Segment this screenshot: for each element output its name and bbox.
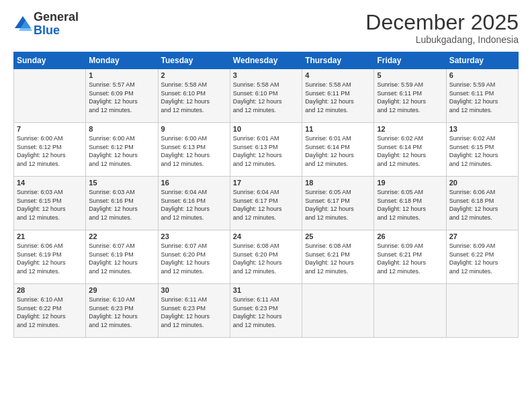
table-cell: 2Sunrise: 5:58 AM Sunset: 6:10 PM Daylig…: [158, 69, 230, 123]
table-row: 28Sunrise: 6:10 AM Sunset: 6:22 PM Dayli…: [14, 284, 519, 338]
logo-blue: Blue: [34, 24, 60, 37]
header-row: Sunday Monday Tuesday Wednesday Thursday…: [14, 52, 519, 69]
day-info: Sunrise: 6:03 AM Sunset: 6:16 PM Dayligh…: [89, 188, 154, 222]
day-number: 30: [161, 286, 227, 294]
day-number: 2: [161, 71, 227, 79]
day-info: Sunrise: 6:00 AM Sunset: 6:12 PM Dayligh…: [89, 134, 154, 168]
day-info: Sunrise: 6:07 AM Sunset: 6:20 PM Dayligh…: [161, 242, 227, 275]
day-number: 31: [233, 286, 299, 294]
day-info: Sunrise: 6:11 AM Sunset: 6:23 PM Dayligh…: [161, 295, 227, 329]
table-cell: 13Sunrise: 6:02 AM Sunset: 6:15 PM Dayli…: [446, 123, 518, 177]
day-info: Sunrise: 5:59 AM Sunset: 6:11 PM Dayligh…: [377, 81, 443, 114]
day-number: 27: [449, 232, 515, 240]
day-info: Sunrise: 6:04 AM Sunset: 6:17 PM Dayligh…: [233, 188, 299, 222]
table-cell: 27Sunrise: 6:09 AM Sunset: 6:22 PM Dayli…: [446, 230, 518, 284]
day-number: 7: [17, 125, 83, 133]
day-number: 13: [449, 125, 515, 133]
table-cell: [14, 69, 86, 123]
day-info: Sunrise: 5:58 AM Sunset: 6:11 PM Dayligh…: [305, 81, 371, 114]
day-number: 11: [305, 125, 371, 133]
title-block: December 2025 Lubukgadang, Indonesia: [365, 11, 519, 45]
table-cell: 19Sunrise: 6:05 AM Sunset: 6:18 PM Dayli…: [374, 177, 446, 230]
day-number: 25: [305, 232, 371, 240]
table-cell: 25Sunrise: 6:08 AM Sunset: 6:21 PM Dayli…: [302, 230, 374, 284]
day-info: Sunrise: 6:10 AM Sunset: 6:23 PM Dayligh…: [89, 295, 154, 329]
day-info: Sunrise: 6:00 AM Sunset: 6:13 PM Dayligh…: [161, 134, 227, 168]
table-cell: 11Sunrise: 6:01 AM Sunset: 6:14 PM Dayli…: [302, 123, 374, 177]
day-number: 20: [449, 179, 515, 187]
table-cell: 21Sunrise: 6:06 AM Sunset: 6:19 PM Dayli…: [14, 230, 86, 284]
table-row: 1Sunrise: 5:57 AM Sunset: 6:09 PM Daylig…: [14, 69, 519, 123]
day-number: 3: [233, 71, 299, 79]
table-cell: 12Sunrise: 6:02 AM Sunset: 6:14 PM Dayli…: [374, 123, 446, 177]
day-info: Sunrise: 6:09 AM Sunset: 6:22 PM Dayligh…: [449, 242, 515, 275]
day-info: Sunrise: 6:01 AM Sunset: 6:14 PM Dayligh…: [305, 134, 371, 168]
day-info: Sunrise: 6:08 AM Sunset: 6:21 PM Dayligh…: [305, 242, 371, 275]
day-info: Sunrise: 6:05 AM Sunset: 6:18 PM Dayligh…: [377, 188, 443, 222]
logo-general: General: [34, 10, 79, 24]
day-info: Sunrise: 6:09 AM Sunset: 6:21 PM Dayligh…: [377, 242, 443, 275]
table-cell: 16Sunrise: 6:04 AM Sunset: 6:16 PM Dayli…: [158, 177, 230, 230]
table-cell: 23Sunrise: 6:07 AM Sunset: 6:20 PM Dayli…: [158, 230, 230, 284]
day-number: 8: [89, 125, 154, 133]
day-number: 10: [233, 125, 299, 133]
logo-text: General Blue: [34, 11, 79, 38]
day-info: Sunrise: 6:02 AM Sunset: 6:15 PM Dayligh…: [449, 134, 515, 168]
col-thursday: Thursday: [302, 52, 374, 69]
calendar-page: General Blue December 2025 Lubukgadang, …: [0, 0, 532, 411]
day-number: 23: [161, 232, 227, 240]
day-number: 29: [89, 286, 154, 294]
day-number: 18: [305, 179, 371, 187]
day-info: Sunrise: 6:01 AM Sunset: 6:13 PM Dayligh…: [233, 134, 299, 168]
day-info: Sunrise: 6:06 AM Sunset: 6:19 PM Dayligh…: [17, 242, 83, 275]
logo: General Blue: [13, 11, 79, 38]
col-saturday: Saturday: [446, 52, 518, 69]
table-cell: 3Sunrise: 5:58 AM Sunset: 6:10 PM Daylig…: [230, 69, 302, 123]
day-info: Sunrise: 5:59 AM Sunset: 6:11 PM Dayligh…: [449, 81, 515, 114]
table-cell: 26Sunrise: 6:09 AM Sunset: 6:21 PM Dayli…: [374, 230, 446, 284]
location: Lubukgadang, Indonesia: [365, 34, 519, 45]
table-cell: 8Sunrise: 6:00 AM Sunset: 6:12 PM Daylig…: [86, 123, 158, 177]
day-info: Sunrise: 6:05 AM Sunset: 6:17 PM Dayligh…: [305, 188, 371, 222]
day-number: 21: [17, 232, 83, 240]
table-cell: 30Sunrise: 6:11 AM Sunset: 6:23 PM Dayli…: [158, 284, 230, 338]
table-cell: 29Sunrise: 6:10 AM Sunset: 6:23 PM Dayli…: [86, 284, 158, 338]
day-number: 4: [305, 71, 371, 79]
logo-icon: [13, 15, 32, 34]
table-cell: 22Sunrise: 6:07 AM Sunset: 6:19 PM Dayli…: [86, 230, 158, 284]
table-row: 21Sunrise: 6:06 AM Sunset: 6:19 PM Dayli…: [14, 230, 519, 284]
day-number: 28: [17, 286, 83, 294]
calendar-table: Sunday Monday Tuesday Wednesday Thursday…: [13, 52, 519, 338]
day-info: Sunrise: 6:04 AM Sunset: 6:16 PM Dayligh…: [161, 188, 227, 222]
table-cell: 28Sunrise: 6:10 AM Sunset: 6:22 PM Dayli…: [14, 284, 86, 338]
table-cell: 4Sunrise: 5:58 AM Sunset: 6:11 PM Daylig…: [302, 69, 374, 123]
table-cell: 18Sunrise: 6:05 AM Sunset: 6:17 PM Dayli…: [302, 177, 374, 230]
col-wednesday: Wednesday: [230, 52, 302, 69]
day-number: 24: [233, 232, 299, 240]
day-info: Sunrise: 6:07 AM Sunset: 6:19 PM Dayligh…: [89, 242, 154, 275]
col-sunday: Sunday: [14, 52, 86, 69]
day-number: 6: [449, 71, 515, 79]
table-cell: 17Sunrise: 6:04 AM Sunset: 6:17 PM Dayli…: [230, 177, 302, 230]
day-number: 22: [89, 232, 154, 240]
table-cell: 24Sunrise: 6:08 AM Sunset: 6:20 PM Dayli…: [230, 230, 302, 284]
day-info: Sunrise: 6:06 AM Sunset: 6:18 PM Dayligh…: [449, 188, 515, 222]
table-cell: 7Sunrise: 6:00 AM Sunset: 6:12 PM Daylig…: [14, 123, 86, 177]
day-number: 15: [89, 179, 154, 187]
table-row: 14Sunrise: 6:03 AM Sunset: 6:15 PM Dayli…: [14, 177, 519, 230]
table-cell: 20Sunrise: 6:06 AM Sunset: 6:18 PM Dayli…: [446, 177, 518, 230]
day-number: 12: [377, 125, 443, 133]
day-info: Sunrise: 6:02 AM Sunset: 6:14 PM Dayligh…: [377, 134, 443, 168]
day-number: 17: [233, 179, 299, 187]
col-monday: Monday: [86, 52, 158, 69]
table-cell: 10Sunrise: 6:01 AM Sunset: 6:13 PM Dayli…: [230, 123, 302, 177]
day-info: Sunrise: 6:10 AM Sunset: 6:22 PM Dayligh…: [17, 295, 83, 329]
day-info: Sunrise: 5:58 AM Sunset: 6:10 PM Dayligh…: [161, 81, 227, 114]
day-number: 9: [161, 125, 227, 133]
table-cell: 14Sunrise: 6:03 AM Sunset: 6:15 PM Dayli…: [14, 177, 86, 230]
table-cell: [302, 284, 374, 338]
table-row: 7Sunrise: 6:00 AM Sunset: 6:12 PM Daylig…: [14, 123, 519, 177]
table-cell: [374, 284, 446, 338]
day-number: 19: [377, 179, 443, 187]
day-info: Sunrise: 6:00 AM Sunset: 6:12 PM Dayligh…: [17, 134, 83, 168]
